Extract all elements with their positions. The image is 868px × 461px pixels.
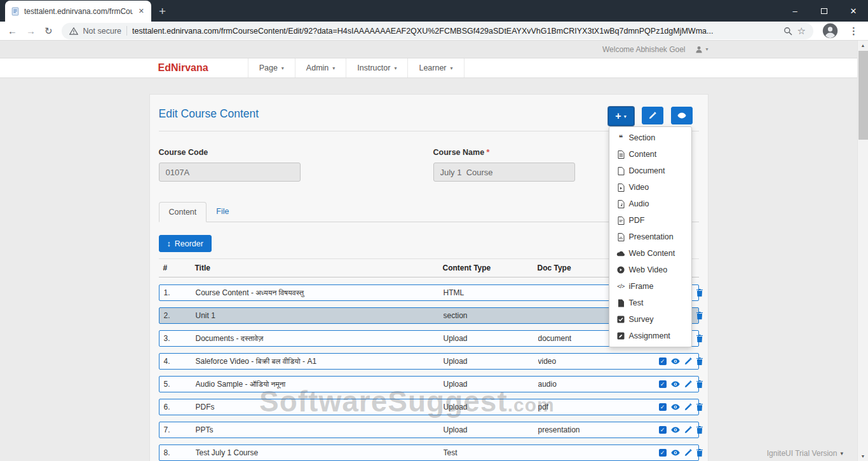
row-checkbox[interactable]: ✓ xyxy=(659,403,667,411)
nav-item-instructor[interactable]: Instructor▾ xyxy=(346,58,407,77)
favicon-icon xyxy=(11,7,20,16)
tab-file[interactable]: File xyxy=(207,202,238,222)
table-row-5[interactable]: 5. Audio Sample - ऑडियो नमूना Upload aud… xyxy=(159,376,699,392)
maximize-icon xyxy=(821,8,827,14)
delete-icon[interactable] xyxy=(696,380,703,388)
window-close-button[interactable]: ✕ xyxy=(839,0,868,22)
scroll-up-icon[interactable]: ▲ xyxy=(858,43,868,48)
menu-item-test[interactable]: Test xyxy=(609,295,691,311)
course-code-input[interactable] xyxy=(159,163,301,182)
edit-icon[interactable] xyxy=(684,403,692,411)
menu-item-audio[interactable]: Audio xyxy=(609,196,691,212)
refresh-button[interactable]: ↻ xyxy=(44,26,53,36)
edit-icon[interactable] xyxy=(684,357,692,365)
table-row-8[interactable]: 8. Test July 1 Course Test ✓ xyxy=(159,444,699,461)
menu-item-assignment[interactable]: Assignment xyxy=(609,328,691,344)
browser-tab[interactable]: testtalent.ednirvana.com/frmCou ✕ xyxy=(5,1,151,22)
nav-item-learner[interactable]: Learner▾ xyxy=(407,58,464,77)
tab-close-icon[interactable]: ✕ xyxy=(137,7,146,15)
menu-item-pdf[interactable]: PDF xyxy=(609,212,691,229)
caret-down-icon: ▾ xyxy=(840,450,843,457)
add-content-button[interactable]: + ▾ xyxy=(608,107,634,126)
row-checkbox[interactable]: ✓ xyxy=(659,380,667,388)
menu-item-content[interactable]: Content xyxy=(609,146,691,163)
caret-down-icon: ▾ xyxy=(281,65,284,71)
edit-button[interactable] xyxy=(642,107,663,124)
row-checkbox[interactable]: ✓ xyxy=(659,426,667,434)
trial-badge[interactable]: IgniteUI Trial Version▾ xyxy=(767,449,843,458)
menu-item-video[interactable]: Video xyxy=(609,179,691,196)
forward-button[interactable]: → xyxy=(26,26,36,36)
view-icon[interactable] xyxy=(671,427,680,433)
edit-icon[interactable] xyxy=(684,449,692,457)
page-background: Edit Course Content + ▾ C xyxy=(0,78,857,461)
table-row-6[interactable]: 6. PDFs Upload pdf ✓ xyxy=(159,399,699,415)
delete-icon[interactable] xyxy=(696,289,703,297)
delete-icon[interactable] xyxy=(696,449,703,457)
row-checkbox[interactable]: ✓ xyxy=(659,357,667,365)
window-maximize-button[interactable] xyxy=(810,0,839,22)
profile-avatar[interactable] xyxy=(822,23,838,39)
view-icon[interactable] xyxy=(671,358,680,364)
row-checkbox[interactable]: ✓ xyxy=(659,449,667,457)
delete-icon[interactable] xyxy=(696,357,703,365)
scrollbar-thumb[interactable] xyxy=(858,51,868,140)
security-label[interactable]: Not secure xyxy=(83,27,121,36)
delete-icon[interactable] xyxy=(696,312,703,319)
caret-down-icon: ▾ xyxy=(624,114,627,119)
view-icon[interactable] xyxy=(671,450,680,456)
menu-item-section[interactable]: ❝ Section xyxy=(609,130,691,146)
new-tab-button[interactable]: + xyxy=(159,5,166,17)
delete-icon[interactable] xyxy=(696,335,703,342)
nav-item-admin[interactable]: Admin▾ xyxy=(295,58,346,77)
caret-down-icon: ▾ xyxy=(705,46,708,52)
menu-item-iframe[interactable]: </> iFrame xyxy=(609,278,691,295)
page-scrollbar[interactable]: ▲ ▼ xyxy=(857,41,868,461)
code-icon: </> xyxy=(616,283,626,290)
browser-tabstrip: testtalent.ednirvana.com/frmCou ✕ + – ✕ xyxy=(0,0,868,22)
zoom-icon[interactable] xyxy=(783,27,792,36)
course-name-label: Course Name * xyxy=(433,148,490,157)
warning-icon xyxy=(69,27,78,35)
nav-item-page[interactable]: Page▾ xyxy=(248,58,295,77)
row-actions: ✓ xyxy=(659,403,731,411)
address-bar[interactable]: Not secure testtalent.ednirvana.com/frmC… xyxy=(62,23,813,39)
row-actions: ✓ xyxy=(659,380,731,388)
menu-item-web-video[interactable]: Web Video xyxy=(609,262,691,278)
reorder-button[interactable]: ↕ Reorder xyxy=(159,235,212,252)
reorder-icon: ↕ xyxy=(167,239,171,248)
preview-button[interactable] xyxy=(671,107,693,124)
row-actions: ✓ xyxy=(659,357,731,365)
course-name-input[interactable] xyxy=(433,163,575,182)
person-icon xyxy=(695,46,703,53)
table-row-4[interactable]: 4. Saleforce Video - बिक्री बल वीडियो - … xyxy=(159,353,699,370)
back-button[interactable]: ← xyxy=(8,26,17,36)
browser-menu-icon[interactable]: ⋮ xyxy=(847,25,860,37)
delete-icon[interactable] xyxy=(696,426,703,434)
edit-icon[interactable] xyxy=(684,380,692,388)
table-row-7[interactable]: 7. PPTs Upload presentation ✓ xyxy=(159,422,699,438)
file-icon xyxy=(616,167,626,175)
menu-item-survey[interactable]: Survey xyxy=(609,311,691,328)
scroll-down-icon[interactable]: ▼ xyxy=(858,454,868,458)
menu-item-web-content[interactable]: Web Content xyxy=(609,245,691,262)
file-text-icon xyxy=(616,150,626,159)
file-pdf-icon xyxy=(616,217,626,225)
nav-menu: Page▾Admin▾Instructor▾Learner▾ xyxy=(248,58,465,77)
file-presentation-icon xyxy=(616,233,626,241)
cloud-icon xyxy=(616,251,626,257)
view-icon[interactable] xyxy=(671,404,680,410)
window-minimize-button[interactable]: – xyxy=(780,0,810,22)
eye-icon xyxy=(677,112,686,119)
edit-icon[interactable] xyxy=(684,426,692,434)
menu-item-document[interactable]: Document xyxy=(609,163,691,179)
view-icon[interactable] xyxy=(671,381,680,387)
url-text[interactable]: testtalent.ednirvana.com/frmCourseConten… xyxy=(132,27,778,36)
delete-icon[interactable] xyxy=(696,403,703,411)
pencil-icon xyxy=(649,112,656,119)
menu-item-presentation[interactable]: Presentation xyxy=(609,229,691,245)
brand-logo[interactable]: EdNirvana xyxy=(149,62,217,74)
bookmark-star-icon[interactable]: ☆ xyxy=(797,25,806,37)
tab-content[interactable]: Content xyxy=(159,202,207,222)
user-menu[interactable]: ▾ xyxy=(695,46,708,53)
